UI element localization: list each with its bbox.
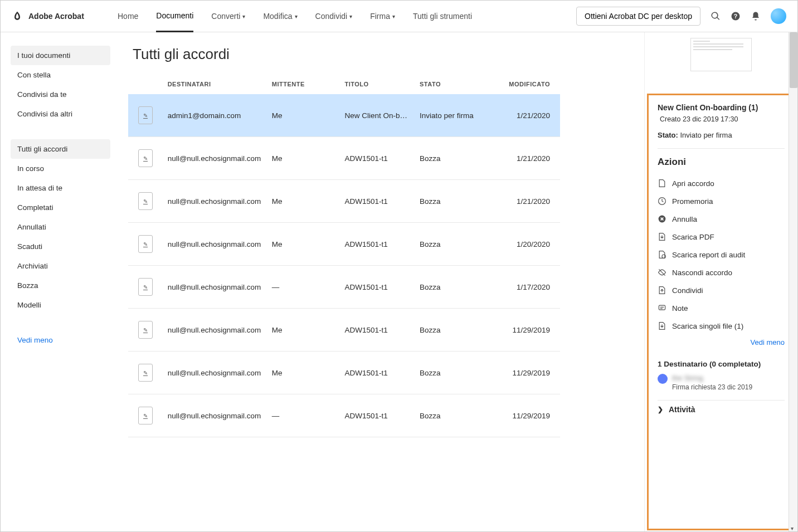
table-row[interactable]: ✎null@null.echosignmail.comMeADW1501-t1B…	[128, 137, 560, 180]
recipient-avatar-icon	[658, 374, 668, 384]
sidebar-item-in-attesa[interactable]: In attesa di te	[11, 178, 110, 198]
action-file[interactable]: Apri accordo	[658, 174, 785, 192]
row-icon-cell: ✎	[138, 192, 168, 210]
nav-modifica[interactable]: Modifica▾	[263, 1, 297, 32]
nav-tutti-strumenti[interactable]: Tutti gli strumenti	[413, 1, 472, 32]
svg-point-4	[662, 255, 665, 258]
svg-text:?: ?	[734, 13, 737, 19]
detail-title: New Client On-boarding (1)	[658, 103, 785, 112]
vertical-scrollbar[interactable]: ▾	[789, 32, 797, 532]
table-header-row: DESTINATARI MITTENTE TITOLO STATO MODIFI…	[128, 74, 560, 94]
sidebar-item-in-corso[interactable]: In corso	[11, 159, 110, 178]
nav-condividi[interactable]: Condividi▾	[315, 1, 353, 32]
row-stato: Bozza	[420, 283, 507, 291]
search-icon[interactable]	[711, 11, 721, 21]
sidebar-item-condivisi-da-altri[interactable]: Condivisi da altri	[11, 104, 110, 124]
table-row[interactable]: ✎null@null.echosignmail.comMeADW1501-t1B…	[128, 309, 560, 352]
state-label: Stato:	[658, 131, 678, 139]
action-hide[interactable]: Nascondi accordo	[658, 263, 785, 281]
row-destinatari: null@null.echosignmail.com	[168, 412, 272, 420]
row-modificato: 1/21/2020	[507, 197, 550, 206]
col-modificato[interactable]: MODIFICATO	[507, 81, 550, 87]
scroll-thumb[interactable]	[790, 32, 797, 88]
row-icon-cell: ✎	[138, 149, 168, 167]
action-files[interactable]: Scarica singoli file (1)	[658, 317, 785, 335]
activity-toggle[interactable]: ❯ Attività	[658, 400, 785, 418]
col-icon	[138, 81, 168, 87]
details-vedi-meno-link[interactable]: Vedi meno	[658, 335, 785, 354]
sidebar-vedi-meno-link[interactable]: Vedi meno	[11, 330, 110, 350]
row-mittente: Me	[272, 240, 345, 248]
chevron-down-icon: ▾	[392, 13, 395, 19]
action-label: Condividi	[672, 286, 703, 295]
page-title: Tutti gli accordi	[128, 46, 644, 63]
col-stato[interactable]: STATO	[420, 81, 507, 87]
table-row[interactable]: ✎null@null.echosignmail.com—ADW1501-t1Bo…	[128, 266, 560, 309]
sidebar-item-archiviati[interactable]: Archiviati	[11, 256, 110, 276]
sidebar-item-annullati[interactable]: Annullati	[11, 217, 110, 237]
sidebar-item-tuoi-documenti[interactable]: I tuoi documenti	[11, 46, 110, 65]
nav-home[interactable]: Home	[118, 1, 138, 32]
col-destinatari[interactable]: DESTINATARI	[168, 81, 272, 87]
row-icon-cell: ✎	[138, 278, 168, 296]
document-preview[interactable]	[645, 32, 797, 94]
row-stato: Bozza	[420, 240, 507, 248]
col-mittente[interactable]: MITTENTE	[272, 81, 345, 87]
report-icon	[658, 250, 666, 259]
sidebar-item-con-stella[interactable]: Con stella	[11, 65, 110, 85]
nav-documenti[interactable]: Documenti	[156, 1, 193, 32]
bell-icon[interactable]	[751, 11, 761, 21]
row-stato: Bozza	[420, 412, 507, 420]
actions-heading: Azioni	[658, 157, 785, 168]
recipient-row[interactable]: the String Firma richiesta 23 dic 2019	[658, 374, 785, 391]
user-avatar[interactable]	[771, 8, 786, 24]
document-sign-icon: ✎	[138, 364, 153, 382]
action-download[interactable]: Scarica PDF	[658, 228, 785, 246]
scroll-down-arrow-icon[interactable]: ▾	[791, 525, 794, 531]
col-titolo[interactable]: TITOLO	[344, 81, 420, 87]
action-clock[interactable]: Promemoria	[658, 192, 785, 210]
row-icon-cell: ✎	[138, 321, 168, 339]
document-sign-icon: ✎	[138, 278, 153, 296]
row-modificato: 1/21/2020	[507, 154, 550, 163]
table-row[interactable]: ✎null@null.echosignmail.comMeADW1501-t1B…	[128, 223, 560, 266]
main-layout: I tuoi documenti Con stella Condivisi da…	[1, 32, 797, 532]
row-icon-cell: ✎	[138, 235, 168, 253]
action-label: Scarica singoli file (1)	[672, 322, 743, 330]
sidebar-item-tutti-accordi[interactable]: Tutti gli accordi	[11, 139, 110, 159]
table-row[interactable]: ✎null@null.echosignmail.comMeADW1501-t1B…	[128, 180, 560, 223]
action-note[interactable]: Note	[658, 299, 785, 317]
table-row[interactable]: ✎null@null.echosignmail.com—ADW1501-t1Bo…	[128, 394, 560, 437]
nav-firma[interactable]: Firma▾	[370, 1, 395, 32]
sidebar-item-condivisi-da-te[interactable]: Condivisi da te	[11, 85, 110, 104]
row-stato: Bozza	[420, 326, 507, 334]
state-value: Inviato per firma	[680, 131, 732, 139]
file-icon	[658, 179, 666, 188]
sidebar-item-bozza[interactable]: Bozza	[11, 276, 110, 295]
app-name: Adobe Acrobat	[28, 12, 84, 21]
table-row[interactable]: ✎null@null.echosignmail.comMeADW1501-t1B…	[128, 352, 560, 394]
row-modificato: 1/20/2020	[507, 240, 550, 248]
sidebar-item-modelli[interactable]: Modelli	[11, 295, 110, 315]
document-sign-icon: ✎	[138, 192, 153, 210]
content-area: Tutti gli accordi DESTINATARI MITTENTE T…	[120, 32, 644, 532]
action-label: Promemoria	[672, 197, 713, 206]
action-report[interactable]: Scarica report di audit	[658, 246, 785, 263]
document-sign-icon: ✎	[138, 106, 153, 124]
document-sign-icon: ✎	[138, 407, 153, 424]
get-desktop-button[interactable]: Ottieni Acrobat DC per desktop	[576, 7, 700, 26]
logo-area: Adobe Acrobat	[12, 11, 112, 22]
row-mittente: Me	[272, 326, 345, 334]
action-cancel[interactable]: Annulla	[658, 210, 785, 228]
note-icon	[658, 304, 666, 313]
share-icon	[658, 286, 666, 295]
row-mittente: Me	[272, 197, 345, 206]
sidebar-item-scaduti[interactable]: Scaduti	[11, 237, 110, 256]
sidebar-item-completati[interactable]: Completati	[11, 198, 110, 217]
table-row[interactable]: ✎admin1@domain.comMeNew Client On-b…Invi…	[128, 94, 560, 137]
document-sign-icon: ✎	[138, 321, 153, 339]
nav-converti[interactable]: Converti▾	[211, 1, 245, 32]
help-icon[interactable]: ?	[731, 11, 741, 21]
action-share[interactable]: Condividi	[658, 281, 785, 299]
row-destinatari: null@null.echosignmail.com	[168, 197, 272, 206]
